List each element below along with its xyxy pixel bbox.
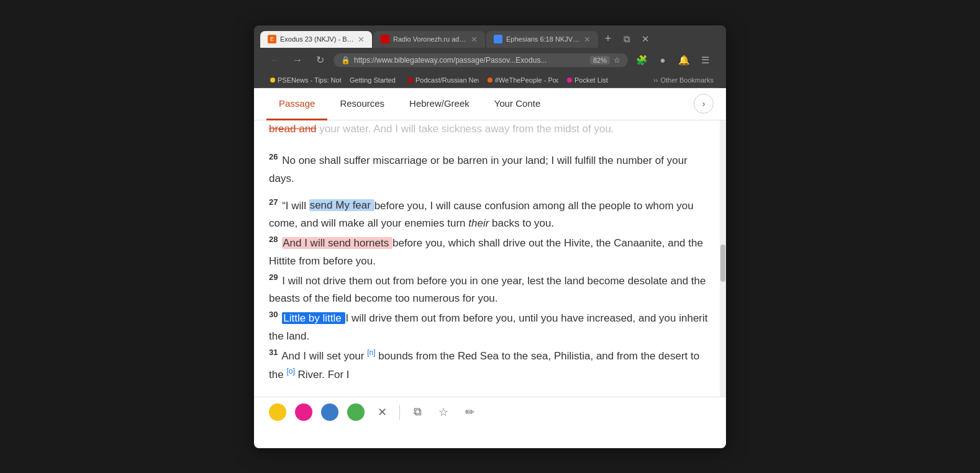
bookmark-label-wtp: #WeThePeople - Podc... bbox=[495, 76, 558, 84]
bookmark-label-podcast: Podcast/Russian New... bbox=[415, 76, 479, 84]
share-button[interactable]: ⧉ bbox=[409, 403, 426, 421]
verse-31-pre: And I will set your bbox=[281, 349, 364, 361]
browser-chrome: E Exodus 23 (NKJV) - Bible G... ✕ Radio … bbox=[254, 25, 726, 88]
profile-icon[interactable]: ● bbox=[654, 52, 671, 69]
verse-27-pre: “I will bbox=[282, 199, 306, 211]
star-button[interactable]: ☆ bbox=[435, 403, 452, 421]
verse-27-highlight: send My fear bbox=[309, 199, 374, 211]
verse-27-post2: backs to you. bbox=[492, 217, 554, 229]
edit-button[interactable]: ✏ bbox=[461, 403, 478, 421]
browser-nav-icons: 🧩 ● 🔔 ☰ bbox=[633, 52, 714, 69]
bookmark-label-gs: Getting Started bbox=[350, 76, 396, 84]
tabs-scroll-right[interactable]: › bbox=[694, 94, 714, 114]
tab-passage[interactable]: Passage bbox=[266, 88, 327, 120]
verse-30-highlight: Little by little bbox=[282, 312, 345, 324]
verse-31: 31 And I will set your [n] bounds from t… bbox=[269, 346, 711, 384]
passage-text: bread and your water. And I will take si… bbox=[254, 120, 726, 397]
verse-27-italic: their bbox=[468, 217, 489, 229]
bookmark-pse[interactable]: PSENews - Tips: Notes... bbox=[266, 75, 341, 85]
verse-30: 30 Little by little I will drive them ou… bbox=[269, 308, 711, 345]
window-close-icon[interactable]: ✕ bbox=[637, 30, 654, 48]
tab-title-exodus: Exodus 23 (NKJV) - Bible G... bbox=[280, 35, 354, 43]
tab-hebrew-greek[interactable]: Hebrew/Greek bbox=[397, 88, 482, 120]
strikethrough-bread: bread and bbox=[269, 123, 317, 135]
verse-29-text: I will not drive them out from before yo… bbox=[269, 274, 706, 304]
bookmark-getting-started[interactable]: Getting Started bbox=[346, 75, 399, 85]
verse-27: 27 “I will send My fear before you, I wi… bbox=[269, 188, 711, 233]
bookmarks-bar: PSENews - Tips: Notes... Getting Started… bbox=[260, 73, 720, 88]
chevron-right-icon: ›› bbox=[653, 76, 658, 84]
verse-31-footnote: [n] bbox=[367, 348, 375, 357]
verse-28: 28 And I will send hornets before you, w… bbox=[269, 237, 703, 267]
verse-27-num: 27 bbox=[269, 197, 278, 207]
bookmark-label-pse: PSENews - Tips: Notes... bbox=[278, 76, 341, 84]
tab-favicon-exodus: E bbox=[268, 35, 276, 43]
toolbar-divider bbox=[399, 405, 400, 420]
zoom-badge: 82% bbox=[590, 56, 610, 65]
faded-text: bread and your water. And I will take si… bbox=[269, 120, 711, 138]
bookmark-dot-wtp bbox=[488, 78, 492, 83]
verse-28-highlight: And I will send hornets bbox=[282, 237, 392, 249]
bookmark-dot-pocket bbox=[567, 78, 572, 83]
tab-bar: E Exodus 23 (NKJV) - Bible G... ✕ Radio … bbox=[260, 30, 720, 48]
verse-29: 29 I will not drive them out from before… bbox=[269, 271, 711, 308]
verse-26-text: No one shall suffer miscarriage or be ba… bbox=[269, 155, 687, 184]
scrollbar-thumb[interactable] bbox=[720, 245, 725, 282]
verse-28-highlight-text: And I will send hornets bbox=[283, 237, 389, 249]
page-nav-tabs: Passage Resources Hebrew/Greek Your Cont… bbox=[254, 88, 726, 120]
star-icon[interactable]: ☆ bbox=[614, 56, 620, 65]
verse-29-num: 29 bbox=[269, 273, 278, 282]
toolbar-bottom: ✕ ⧉ ☆ ✏ bbox=[254, 397, 726, 427]
window-restore-icon[interactable]: ⧉ bbox=[618, 30, 635, 48]
tab-close-radio[interactable]: ✕ bbox=[471, 35, 478, 44]
tab-resources[interactable]: Resources bbox=[327, 88, 397, 120]
bookmark-dot-podcast bbox=[408, 78, 413, 83]
bookmark-podcast[interactable]: Podcast/Russian New... bbox=[404, 75, 479, 85]
tab-favicon-ephesians bbox=[494, 35, 502, 43]
highlight-pink-button[interactable] bbox=[295, 403, 312, 421]
tab-close-exodus[interactable]: ✕ bbox=[358, 35, 365, 44]
notifications-icon[interactable]: 🔔 bbox=[675, 52, 692, 69]
bookmark-label-pocket: Pocket List bbox=[574, 76, 608, 84]
highlight-green-button[interactable] bbox=[347, 403, 365, 421]
tab-title-radio: Radio Voronezh.ru admin... bbox=[393, 35, 467, 43]
verse-31-num: 31 bbox=[269, 348, 278, 357]
tab-title-ephesians: Ephesians 6:18 NKJV ... bbox=[506, 35, 580, 43]
bookmark-pocket[interactable]: Pocket List bbox=[563, 75, 612, 85]
verse-27-highlight-text: send My fear bbox=[310, 199, 371, 211]
reload-button[interactable]: ↻ bbox=[311, 52, 329, 69]
verse-26-num: 26 bbox=[269, 152, 278, 161]
other-bookmarks[interactable]: ›› Other Bookmarks bbox=[653, 76, 714, 84]
address-bar[interactable]: 🔒 https://www.biblegateway.com/passage/P… bbox=[333, 53, 628, 67]
bookmark-dot-pse bbox=[270, 78, 275, 83]
tab-radio[interactable]: Radio Voronezh.ru admin... ✕ bbox=[373, 31, 485, 48]
tab-exodus[interactable]: E Exodus 23 (NKJV) - Bible G... ✕ bbox=[260, 31, 372, 48]
url-text: https://www.biblegateway.com/passage/Pas… bbox=[354, 56, 586, 65]
extensions-icon[interactable]: 🧩 bbox=[633, 52, 650, 69]
page-content: Passage Resources Hebrew/Greek Your Cont… bbox=[254, 88, 726, 448]
bookmark-wethepeople[interactable]: #WeThePeople - Podc... bbox=[484, 75, 558, 85]
tab-ephesians[interactable]: Ephesians 6:18 NKJV ... ✕ bbox=[486, 31, 598, 48]
nav-bar: ← → ↻ 🔒 https://www.biblegateway.com/pas… bbox=[260, 48, 720, 73]
verse-26: 26 No one shall suffer miscarriage or be… bbox=[269, 143, 711, 187]
lock-icon: 🔒 bbox=[341, 56, 350, 65]
verse-31-footnote2: [o] bbox=[286, 367, 294, 376]
menu-icon[interactable]: ☰ bbox=[696, 52, 714, 69]
verse-30-num: 30 bbox=[269, 310, 278, 319]
scrollbar[interactable] bbox=[720, 120, 726, 397]
verse-31-post2: River. For I bbox=[297, 369, 349, 381]
verse-28-num: 28 bbox=[269, 235, 278, 244]
forward-button[interactable]: → bbox=[289, 52, 306, 69]
back-button[interactable]: ← bbox=[266, 52, 284, 69]
highlight-blue-button[interactable] bbox=[321, 403, 338, 421]
clear-highlight-button[interactable]: ✕ bbox=[373, 403, 391, 421]
browser-window: E Exodus 23 (NKJV) - Bible G... ✕ Radio … bbox=[254, 25, 726, 448]
highlight-yellow-button[interactable] bbox=[269, 403, 286, 421]
tab-your-conte[interactable]: Your Conte bbox=[482, 88, 553, 120]
scrollbar-area: bread and your water. And I will take si… bbox=[254, 120, 726, 397]
tab-favicon-radio bbox=[381, 35, 389, 43]
new-tab-button[interactable]: + bbox=[599, 30, 617, 48]
verse-30-highlight-text: Little by little bbox=[283, 312, 342, 324]
tab-close-ephesians[interactable]: ✕ bbox=[584, 35, 591, 44]
